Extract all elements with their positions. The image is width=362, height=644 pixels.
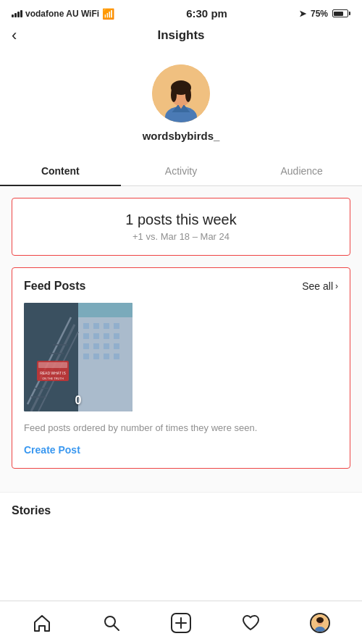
username-label: wordsbybirds_ [143, 130, 220, 142]
svg-rect-20 [104, 343, 109, 349]
tab-content[interactable]: Content [0, 156, 121, 185]
svg-rect-22 [83, 354, 89, 359]
tab-audience[interactable]: Audience [241, 156, 362, 185]
svg-rect-14 [83, 333, 89, 339]
stories-title: Stories [12, 504, 51, 517]
posts-comparison-text: +1 vs. Mar 18 – Mar 24 [24, 231, 338, 242]
status-right: ➤ 75% [299, 9, 350, 19]
status-time: 6:30 pm [186, 7, 227, 20]
stories-section: Stories [0, 492, 362, 529]
svg-rect-17 [114, 333, 119, 339]
avatar [152, 64, 210, 122]
feed-posts-header: Feed Posts See all › [24, 280, 338, 293]
svg-rect-13 [114, 323, 119, 329]
carrier-label: vodafone AU WiFi [25, 9, 99, 19]
svg-point-48 [316, 617, 324, 623]
back-button[interactable]: ‹ [12, 28, 17, 43]
search-icon [102, 614, 121, 632]
battery-percent: 75% [311, 9, 328, 19]
create-post-button[interactable]: Create Post [24, 444, 80, 456]
svg-rect-11 [93, 323, 99, 329]
post-count-badge: 0 [24, 394, 132, 407]
profile-section: wordsbybirds_ [0, 50, 362, 149]
svg-rect-25 [114, 354, 119, 359]
svg-rect-23 [93, 354, 99, 359]
posts-this-week-box: 1 posts this week +1 vs. Mar 18 – Mar 24 [12, 198, 350, 256]
svg-line-42 [114, 625, 119, 630]
feed-posts-description: Feed posts ordered by number of times th… [24, 422, 338, 435]
bottom-nav [0, 601, 362, 644]
feed-posts-card: Feed Posts See all › [12, 267, 350, 469]
main-content: 1 posts this week +1 vs. Mar 18 – Mar 24… [0, 186, 362, 492]
signal-icon [12, 10, 22, 17]
svg-rect-10 [83, 323, 89, 329]
post-thumbnail[interactable]: READ WHAT IS ON THE TRUTH 0 [24, 303, 132, 411]
nav-add[interactable] [165, 607, 197, 639]
wifi-icon: 📶 [102, 8, 114, 20]
svg-rect-16 [104, 333, 109, 339]
nav-profile[interactable] [304, 607, 336, 639]
see-all-button[interactable]: See all › [302, 280, 338, 292]
tab-activity[interactable]: Activity [121, 156, 242, 185]
status-bar: vodafone AU WiFi 📶 6:30 pm ➤ 75% [0, 0, 362, 24]
nav-home[interactable] [26, 607, 58, 639]
feed-posts-title: Feed Posts [24, 280, 85, 293]
svg-rect-19 [93, 343, 99, 349]
location-icon: ➤ [299, 9, 306, 19]
svg-text:ON THE TRUTH: ON THE TRUTH [42, 377, 64, 380]
tabs-container: Content Activity Audience [0, 156, 362, 186]
home-icon [33, 614, 51, 632]
svg-text:READ WHAT IS: READ WHAT IS [40, 371, 66, 375]
add-icon [171, 613, 191, 633]
see-all-label: See all [302, 280, 333, 292]
svg-rect-21 [114, 343, 119, 349]
svg-rect-15 [93, 333, 99, 339]
nav-heart[interactable] [235, 607, 266, 639]
posts-count-text: 1 posts this week [24, 212, 338, 228]
page-title: Insights [157, 28, 204, 43]
svg-rect-38 [38, 362, 67, 368]
svg-rect-24 [104, 354, 109, 359]
battery-icon [332, 9, 350, 17]
status-left: vodafone AU WiFi 📶 [12, 8, 114, 20]
chevron-right-icon: › [335, 281, 338, 291]
svg-rect-12 [104, 323, 109, 329]
heart-icon [241, 614, 260, 632]
nav-search[interactable] [96, 607, 127, 639]
avatar-image [152, 64, 210, 122]
nav-profile-avatar [310, 613, 330, 633]
header: ‹ Insights [0, 24, 362, 50]
svg-rect-18 [83, 343, 89, 349]
